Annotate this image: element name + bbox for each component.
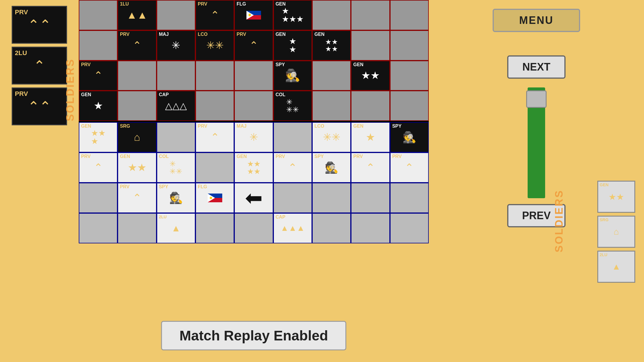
mini-cards-container: GEN ★★ SRG ⌂ 2LU ▲ (597, 181, 635, 283)
cell-p9[interactable]: PRV ⌃ (79, 152, 118, 183)
cell-e10[interactable]: PRV ⌃ (118, 30, 156, 61)
rank-symbol-2lu: ⌃ (34, 57, 45, 74)
mini-rank-gen: GEN (600, 182, 608, 187)
sym-e32: ✳✳✳ (286, 98, 299, 113)
rank-e27: GEN (81, 92, 91, 97)
rank-p13: GEN (237, 154, 247, 159)
mini-sym-gen: ★★ (608, 192, 624, 202)
cell-p6[interactable]: LCO ✳✳ (312, 122, 351, 152)
sym-p3: ⌃ (211, 132, 219, 143)
slider-track (528, 87, 545, 198)
cell-e19 (118, 61, 156, 91)
cell-p24 (312, 183, 351, 213)
cell-p21[interactable]: FLG (195, 183, 234, 213)
rank-p1: SRG (120, 124, 130, 129)
rank-p11: COL (159, 154, 169, 159)
cell-p28 (118, 213, 156, 243)
cell-e18[interactable]: PRV ⌃ (79, 61, 118, 91)
cell-e35 (390, 91, 429, 121)
rank-symbol-prv1: ⌃⌃ (28, 17, 51, 33)
sym-p4: ✳ (249, 132, 258, 143)
rank-e11: MAJ (159, 32, 169, 37)
cell-p7[interactable]: GEN ★ (351, 122, 390, 152)
mini-card-gen: GEN ★★ (597, 181, 635, 213)
cell-e23[interactable]: SPY 🕵 (273, 61, 312, 91)
cell-p8[interactable]: SPY 🕵 (390, 122, 429, 152)
cell-p20[interactable]: SPY 🕵 (157, 183, 195, 213)
cell-e27[interactable]: GEN ★ (79, 91, 118, 121)
enemy-grid: 1LU ▲▲ PRV ⌃ FLG GEN ★★★★ (79, 0, 429, 121)
cell-e34 (351, 91, 390, 121)
cell-e9 (79, 30, 118, 61)
cell-e32[interactable]: COL ✳✳✳ (273, 91, 312, 121)
mini-rank-srg: SRG (600, 217, 608, 222)
sym-e5: ★★★★ (282, 7, 304, 23)
menu-button[interactable]: MENU (493, 9, 580, 32)
cell-p0[interactable]: GEN ★★★ (79, 122, 118, 152)
cell-e15[interactable]: GEN ★★★★ (312, 30, 351, 61)
cell-e13[interactable]: PRV ⌃ (234, 30, 273, 61)
cell-p33 (312, 213, 351, 243)
rank-e14: GEN (276, 32, 286, 37)
sym-e25: ★★ (361, 70, 380, 81)
cell-e25[interactable]: GEN ★★ (351, 61, 390, 91)
cell-e22 (234, 61, 273, 91)
cell-e17 (390, 30, 429, 61)
ph-flag-player (208, 193, 222, 203)
cell-e31 (234, 91, 273, 121)
rank-p3: PRV (198, 124, 207, 129)
cell-p19[interactable]: PRV ⌃ (118, 183, 156, 213)
sym-p15: 🕵 (325, 162, 338, 173)
cell-e12[interactable]: LCO ✳✳ (195, 30, 234, 61)
cell-e21 (195, 61, 234, 91)
cell-e26 (390, 61, 429, 91)
slider-container[interactable] (525, 87, 548, 198)
cell-p4[interactable]: MAJ ✳ (234, 122, 273, 152)
cell-p15[interactable]: SPY 🕵 (312, 152, 351, 183)
cell-e5[interactable]: GEN ★★★★ (273, 0, 312, 30)
cell-p26 (390, 183, 429, 213)
cell-e2 (157, 0, 195, 30)
sym-p9: ⌃ (94, 162, 103, 173)
cell-p3[interactable]: PRV ⌃ (195, 122, 234, 152)
mini-card-srg: SRG ⌂ (597, 216, 635, 248)
rank-p21: FLG (198, 184, 207, 189)
rank-p16: PRV (353, 154, 363, 159)
rank-p7: GEN (353, 124, 363, 129)
sym-p10: ★★ (128, 162, 146, 173)
cell-p14[interactable]: PRV ⌃ (273, 152, 312, 183)
rank-p20: SPY (159, 184, 168, 189)
cell-e30 (195, 91, 234, 121)
cell-p16[interactable]: PRV ⌃ (351, 152, 390, 183)
cell-p11[interactable]: COL ✳✳✳ (157, 152, 195, 183)
next-button[interactable]: NEXT (507, 55, 566, 79)
rank-e15: GEN (314, 32, 325, 37)
rank-p10: GEN (120, 154, 130, 159)
cell-p13[interactable]: GEN ★★★★ (234, 152, 273, 183)
sym-p0: ★★★ (91, 129, 106, 145)
cell-e11[interactable]: MAJ ✳ (157, 30, 195, 61)
sym-p7: ★ (366, 132, 375, 143)
slider-thumb[interactable] (526, 90, 547, 108)
sym-p20: 🕵 (169, 192, 183, 203)
sym-e15: ★★★★ (325, 38, 338, 52)
mini-sym-2lu: ▲ (612, 262, 621, 272)
cell-e1[interactable]: 1LU ▲▲ (118, 0, 156, 30)
rank-p14: PRV (276, 154, 285, 159)
rank-e13: PRV (237, 32, 246, 37)
sym-e10: ⌃ (133, 40, 141, 51)
cell-p1[interactable]: SRG ⌂ (118, 122, 156, 152)
cell-p32[interactable]: CAP ▲▲▲ (273, 213, 312, 243)
sym-p32: ▲▲▲ (281, 224, 305, 232)
cell-p10[interactable]: GEN ★★ (118, 152, 156, 183)
sym-p14: ⌃ (288, 162, 297, 173)
sym-p19: ⌃ (133, 193, 141, 203)
cell-e3[interactable]: PRV ⌃ (195, 0, 234, 30)
soldiers-label-right: SOLDIERS (553, 189, 565, 252)
cell-p29[interactable]: 2LU ▲ (157, 213, 195, 243)
cell-e4[interactable]: FLG (234, 0, 273, 30)
cell-e29[interactable]: CAP △△△ (157, 91, 195, 121)
cell-p17[interactable]: PRV ⌃ (390, 152, 429, 183)
cell-e14[interactable]: GEN ★★ (273, 30, 312, 61)
cell-p22-arrow[interactable]: ⬅ (234, 183, 273, 213)
